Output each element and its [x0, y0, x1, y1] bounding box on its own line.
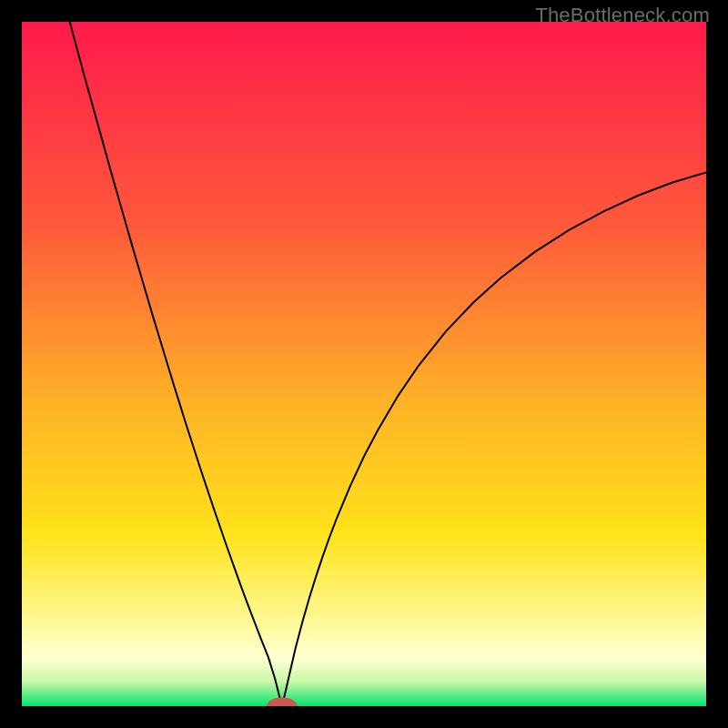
watermark-text: TheBottleneck.com — [535, 4, 710, 27]
chart-frame: TheBottleneck.com — [0, 0, 728, 728]
bottleneck-chart — [22, 22, 706, 706]
chart-background — [22, 22, 706, 706]
